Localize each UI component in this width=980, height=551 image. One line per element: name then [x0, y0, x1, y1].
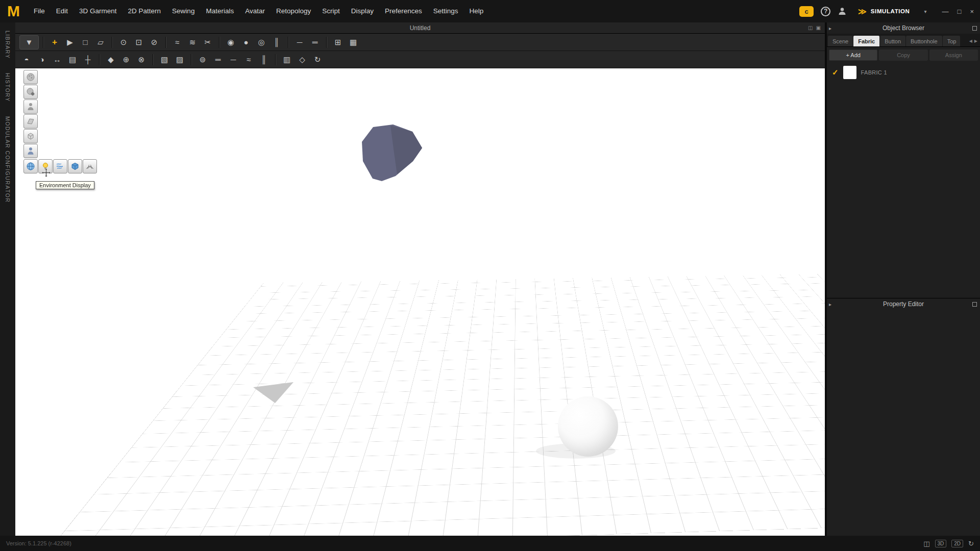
- menu-retopology[interactable]: Retopology: [271, 0, 316, 22]
- panel-collapse-icon[interactable]: ▸: [829, 26, 831, 31]
- sphere-object[interactable]: [558, 396, 618, 457]
- simulate-tool[interactable]: ▼: [19, 35, 39, 49]
- sidebar-tab-history[interactable]: HISTORY: [5, 73, 11, 102]
- connect-badge-icon[interactable]: c: [799, 6, 814, 17]
- window-maximize-button[interactable]: □: [958, 8, 962, 15]
- menu-bar: M File Edit 3D Garment 2D Pattern Sewing…: [0, 0, 980, 22]
- pattern-outline-icon: ▧: [161, 55, 168, 64]
- fabric-check-icon[interactable]: ✓: [832, 68, 839, 77]
- menu-script[interactable]: Script: [316, 0, 346, 22]
- menu-preferences[interactable]: Preferences: [379, 0, 428, 22]
- window-close-button[interactable]: ×: [970, 8, 974, 15]
- view-2d-button[interactable]: 2D: [951, 540, 963, 547]
- tab-scene[interactable]: Scene: [828, 36, 853, 46]
- show-avatar-button[interactable]: [23, 99, 38, 114]
- account-avatar-icon[interactable]: [838, 7, 847, 16]
- arrangement-point-tool[interactable]: ⊕: [119, 53, 133, 67]
- edit-sewing-tool[interactable]: ✂: [201, 35, 215, 49]
- tab-buttonhole[interactable]: Buttonhole: [906, 36, 942, 46]
- menu-display[interactable]: Display: [346, 0, 379, 22]
- menu-file[interactable]: File: [28, 0, 51, 22]
- sidebar-tab-modular-configurator[interactable]: MODULAR CONFIGURATOR: [5, 116, 11, 203]
- steam-tool[interactable]: ↻: [310, 53, 325, 67]
- textured-surface-button[interactable]: [23, 70, 38, 84]
- remove-pin-tool[interactable]: ⊘: [147, 35, 161, 49]
- tab-fabric[interactable]: Fabric: [853, 36, 879, 46]
- pattern-outline-tool[interactable]: ▧: [157, 53, 172, 67]
- avatar-display-tool[interactable]: ◓: [19, 53, 34, 67]
- tabs-scroll-right-icon[interactable]: ▶: [974, 39, 977, 43]
- show-avatar-alt-button[interactable]: [23, 144, 38, 158]
- xray-joints-tool[interactable]: ⊗: [134, 53, 149, 67]
- avatar-tape-tool[interactable]: ↔: [50, 53, 64, 67]
- environment-display-button[interactable]: [23, 159, 38, 173]
- sidebar-tab-library[interactable]: LIBRARY: [5, 31, 11, 59]
- menu-3d-garment[interactable]: 3D Garment: [74, 0, 122, 22]
- button-place-tool[interactable]: ⊚: [195, 53, 210, 67]
- tack-tool[interactable]: ◉: [224, 35, 238, 49]
- zipper-edit-tool[interactable]: ║: [257, 53, 271, 67]
- pin-tool[interactable]: ⊙: [116, 35, 131, 49]
- show-cloth-button[interactable]: [23, 129, 38, 143]
- free-sewing-tool[interactable]: ≋: [185, 35, 200, 49]
- ruler-tool[interactable]: ═: [308, 35, 322, 49]
- zipper-tool[interactable]: ║: [270, 35, 284, 49]
- viewport-3d[interactable]: Environment Display: [15, 68, 825, 536]
- thick-textured-surface-button[interactable]: [23, 85, 38, 99]
- split-view-icon[interactable]: ◫: [923, 540, 929, 547]
- fitting-suit-tool[interactable]: ◆: [104, 53, 118, 67]
- show-pattern-button[interactable]: [23, 114, 38, 129]
- assign-fabric-button[interactable]: Assign: [929, 49, 978, 61]
- measure-tool[interactable]: ─: [292, 35, 307, 49]
- fold-arrange-tool[interactable]: ◇: [295, 53, 309, 67]
- tabs-scroll-left-icon[interactable]: ◀: [969, 39, 972, 43]
- tab-button[interactable]: Button: [880, 36, 905, 46]
- menu-materials[interactable]: Materials: [200, 0, 239, 22]
- viewport-detach-icon[interactable]: ▣: [816, 25, 821, 31]
- style-line-tool[interactable]: ▨: [173, 53, 187, 67]
- flat-pattern-piece[interactable]: [253, 382, 293, 403]
- viewport-layout-icon[interactable]: ◫: [808, 25, 813, 31]
- menu-avatar[interactable]: Avatar: [239, 0, 271, 22]
- select-move-tool[interactable]: +: [47, 35, 62, 49]
- panel-collapse-icon[interactable]: ▸: [829, 302, 831, 307]
- view-3d-button[interactable]: 3D: [935, 540, 947, 547]
- buttonhole-tool[interactable]: ◎: [254, 35, 268, 49]
- document-tab-title[interactable]: Untitled: [410, 24, 431, 32]
- avatar-measure-tool[interactable]: ┼: [81, 53, 95, 67]
- wind-display-button[interactable]: [53, 159, 67, 173]
- flatten-avatar-tool[interactable]: ▤: [65, 53, 80, 67]
- menu-help[interactable]: Help: [464, 0, 489, 22]
- stitch-tool[interactable]: ═: [211, 53, 225, 67]
- menu-edit[interactable]: Edit: [51, 0, 74, 22]
- box-select-tool[interactable]: □: [78, 35, 92, 49]
- transform-pattern-tool[interactable]: ▱: [93, 35, 108, 49]
- grid-display-button[interactable]: [83, 159, 97, 173]
- window-minimize-button[interactable]: —: [942, 8, 949, 15]
- avatar-skin-tool[interactable]: ◑: [35, 53, 49, 67]
- grid-quad-tool[interactable]: ⊞: [331, 35, 345, 49]
- puckering-tool[interactable]: ≈: [241, 53, 256, 67]
- object-display-button[interactable]: [68, 159, 82, 173]
- fabric-swatch[interactable]: [843, 66, 856, 79]
- select-mesh-tool[interactable]: ▶: [63, 35, 77, 49]
- simulation-caret-icon[interactable]: ▾: [924, 9, 927, 14]
- pin-box-tool[interactable]: ⊡: [132, 35, 146, 49]
- simulation-button[interactable]: ≫ SIMULATION ▾: [854, 5, 930, 18]
- fabric-list-item[interactable]: ✓ FABRIC 1: [827, 63, 980, 82]
- tab-topstitch[interactable]: Top: [943, 36, 960, 46]
- sewing-tool[interactable]: ≈: [170, 35, 184, 49]
- button-tool[interactable]: ●: [239, 35, 253, 49]
- grid-mesh-tool[interactable]: ▦: [346, 35, 360, 49]
- menu-settings[interactable]: Settings: [428, 0, 464, 22]
- menu-sewing[interactable]: Sewing: [166, 0, 200, 22]
- topstitch-tool[interactable]: ─: [226, 53, 240, 67]
- pleat-tool[interactable]: ▥: [280, 53, 294, 67]
- copy-fabric-button[interactable]: Copy: [879, 49, 927, 61]
- menu-2d-pattern[interactable]: 2D Pattern: [122, 0, 167, 22]
- add-fabric-button[interactable]: + Add: [829, 49, 877, 61]
- sync-refresh-icon[interactable]: ↻: [968, 540, 974, 547]
- panel-expand-icon[interactable]: [972, 302, 977, 307]
- panel-expand-icon[interactable]: [972, 26, 977, 31]
- help-icon[interactable]: ?: [821, 7, 830, 16]
